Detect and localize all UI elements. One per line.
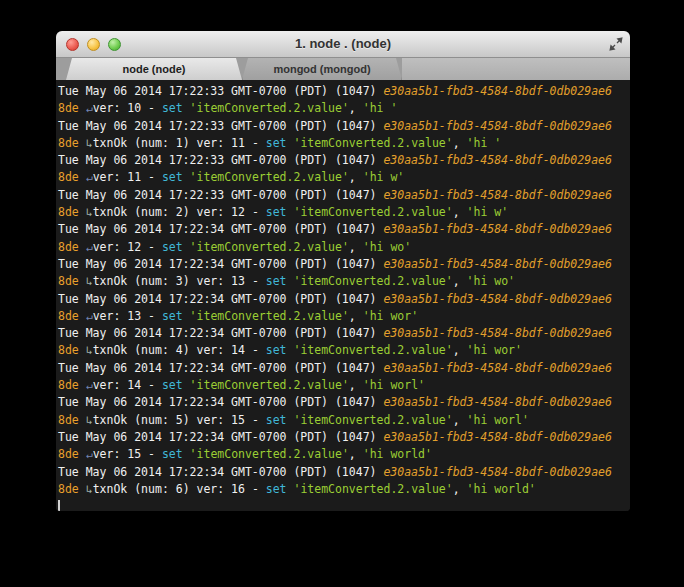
- log-segment-orange: 8de: [58, 309, 86, 323]
- log-segment-atxn: ↳: [86, 274, 93, 288]
- log-segment-plain: [183, 170, 190, 184]
- log-segment-uuid: e30aa5b1-fbd3-4584-8bdf-0db029ae6: [383, 430, 611, 444]
- log-segment-plain: ,: [349, 101, 363, 115]
- log-segment-plain: Tue May 06 2014 17:22:34 GMT-0700 (PDT) …: [58, 292, 383, 306]
- log-segment-green: 'itemConverted.2.value': [293, 274, 452, 288]
- log-segment-aret: ↵: [86, 447, 93, 461]
- log-line: Tue May 06 2014 17:22:34 GMT-0700 (PDT) …: [58, 394, 630, 411]
- log-segment-green: 'itemConverted.2.value': [190, 447, 349, 461]
- log-segment-cyan: set: [266, 413, 287, 427]
- log-segment-green: 'hi world': [363, 447, 432, 461]
- log-segment-plain: txnOk (num: 3) ver: 13 -: [93, 274, 266, 288]
- resize-icon[interactable]: [609, 37, 623, 51]
- log-segment-uuid: e30aa5b1-fbd3-4584-8bdf-0db029ae6: [383, 119, 611, 133]
- log-segment-cyan: set: [162, 240, 183, 254]
- log-line: Tue May 06 2014 17:22:34 GMT-0700 (PDT) …: [58, 360, 630, 377]
- log-line: Tue May 06 2014 17:22:34 GMT-0700 (PDT) …: [58, 464, 630, 481]
- log-segment-plain: ,: [349, 309, 363, 323]
- log-segment-plain: ,: [453, 413, 467, 427]
- log-segment-plain: ver: 10 -: [93, 101, 162, 115]
- log-segment-green: 'itemConverted.2.value': [293, 482, 452, 496]
- log-segment-orange: 8de: [58, 343, 86, 357]
- terminal-cursor: [58, 500, 60, 511]
- log-segment-cyan: set: [162, 170, 183, 184]
- log-segment-atxn: ↳: [86, 413, 93, 427]
- log-segment-orange: 8de: [58, 205, 86, 219]
- log-line: 8de ↳txnOk (num: 1) ver: 11 - set 'itemC…: [58, 135, 630, 152]
- log-segment-aret: ↵: [86, 378, 93, 392]
- log-segment-orange: 8de: [58, 240, 86, 254]
- log-segment-uuid: e30aa5b1-fbd3-4584-8bdf-0db029ae6: [383, 361, 611, 375]
- log-segment-aret: ↵: [86, 101, 93, 115]
- log-segment-plain: ,: [453, 482, 467, 496]
- log-segment-orange: 8de: [58, 136, 86, 150]
- log-line: Tue May 06 2014 17:22:34 GMT-0700 (PDT) …: [58, 256, 630, 273]
- log-segment-cyan: set: [266, 205, 287, 219]
- log-segment-green: 'itemConverted.2.value': [293, 205, 452, 219]
- window-title: 1. node . (node): [56, 31, 630, 57]
- log-line: 8de ↵ver: 15 - set 'itemConverted.2.valu…: [58, 446, 630, 463]
- log-segment-plain: ,: [453, 136, 467, 150]
- log-line: Tue May 06 2014 17:22:33 GMT-0700 (PDT) …: [58, 187, 630, 204]
- log-line: 8de ↵ver: 12 - set 'itemConverted.2.valu…: [58, 239, 630, 256]
- log-segment-plain: ver: 14 -: [93, 378, 162, 392]
- log-segment-green: 'itemConverted.2.value': [190, 170, 349, 184]
- log-segment-plain: Tue May 06 2014 17:22:34 GMT-0700 (PDT) …: [58, 326, 383, 340]
- tab-node-node[interactable]: node (node): [66, 58, 242, 80]
- log-segment-uuid: e30aa5b1-fbd3-4584-8bdf-0db029ae6: [383, 395, 611, 409]
- log-line: 8de ↵ver: 10 - set 'itemConverted.2.valu…: [58, 100, 630, 117]
- log-segment-green: 'itemConverted.2.value': [190, 101, 349, 115]
- log-segment-plain: ,: [453, 274, 467, 288]
- log-segment-cyan: set: [162, 309, 183, 323]
- log-segment-green: 'itemConverted.2.value': [190, 309, 349, 323]
- log-line: 8de ↳txnOk (num: 6) ver: 16 - set 'itemC…: [58, 481, 630, 498]
- log-line: 8de ↵ver: 14 - set 'itemConverted.2.valu…: [58, 377, 630, 394]
- log-line: Tue May 06 2014 17:22:34 GMT-0700 (PDT) …: [58, 429, 630, 446]
- log-segment-green: 'hi wor': [467, 343, 522, 357]
- log-segment-green: 'itemConverted.2.value': [293, 136, 452, 150]
- log-segment-uuid: e30aa5b1-fbd3-4584-8bdf-0db029ae6: [383, 326, 611, 340]
- log-segment-aret: ↵: [86, 309, 93, 323]
- log-segment-atxn: ↳: [86, 136, 93, 150]
- log-segment-uuid: e30aa5b1-fbd3-4584-8bdf-0db029ae6: [383, 188, 611, 202]
- tab-bar-filler: [402, 58, 630, 80]
- log-segment-plain: ,: [349, 447, 363, 461]
- log-segment-plain: Tue May 06 2014 17:22:33 GMT-0700 (PDT) …: [58, 153, 383, 167]
- log-segment-plain: ver: 15 -: [93, 447, 162, 461]
- log-segment-plain: txnOk (num: 4) ver: 14 -: [93, 343, 266, 357]
- log-segment-cyan: set: [162, 378, 183, 392]
- log-segment-plain: ,: [453, 205, 467, 219]
- log-segment-plain: txnOk (num: 1) ver: 11 -: [93, 136, 266, 150]
- log-segment-green: 'hi worl': [467, 413, 529, 427]
- log-segment-plain: Tue May 06 2014 17:22:34 GMT-0700 (PDT) …: [58, 361, 383, 375]
- log-segment-uuid: e30aa5b1-fbd3-4584-8bdf-0db029ae6: [383, 222, 611, 236]
- log-segment-green: 'hi ': [467, 136, 502, 150]
- log-segment-plain: [183, 309, 190, 323]
- log-segment-plain: txnOk (num: 5) ver: 15 -: [93, 413, 266, 427]
- log-line: 8de ↳txnOk (num: 4) ver: 14 - set 'itemC…: [58, 342, 630, 359]
- log-segment-atxn: ↳: [86, 343, 93, 357]
- log-segment-plain: ,: [349, 170, 363, 184]
- log-segment-orange: 8de: [58, 170, 86, 184]
- log-line: Tue May 06 2014 17:22:34 GMT-0700 (PDT) …: [58, 325, 630, 342]
- log-segment-orange: 8de: [58, 101, 86, 115]
- log-segment-uuid: e30aa5b1-fbd3-4584-8bdf-0db029ae6: [383, 153, 611, 167]
- log-segment-green: 'hi worl': [363, 378, 425, 392]
- log-line: 8de ↳txnOk (num: 3) ver: 13 - set 'itemC…: [58, 273, 630, 290]
- terminal-screen[interactable]: Tue May 06 2014 17:22:33 GMT-0700 (PDT) …: [56, 80, 630, 511]
- log-segment-uuid: e30aa5b1-fbd3-4584-8bdf-0db029ae6: [383, 465, 611, 479]
- tab-mongod-mongod[interactable]: mongod (mongod): [242, 58, 402, 80]
- log-segment-plain: Tue May 06 2014 17:22:34 GMT-0700 (PDT) …: [58, 395, 383, 409]
- log-line: Tue May 06 2014 17:22:34 GMT-0700 (PDT) …: [58, 291, 630, 308]
- log-segment-green: 'itemConverted.2.value': [190, 378, 349, 392]
- log-segment-green: 'itemConverted.2.value': [190, 240, 349, 254]
- titlebar[interactable]: 1. node . (node): [56, 31, 630, 58]
- tab-bar: node (node) mongod (mongod): [56, 58, 630, 81]
- log-line: 8de ↵ver: 11 - set 'itemConverted.2.valu…: [58, 169, 630, 186]
- log-segment-cyan: set: [266, 343, 287, 357]
- log-segment-plain: Tue May 06 2014 17:22:34 GMT-0700 (PDT) …: [58, 257, 383, 271]
- log-segment-plain: ,: [349, 378, 363, 392]
- log-segment-plain: txnOk (num: 6) ver: 16 -: [93, 482, 266, 496]
- log-segment-atxn: ↳: [86, 205, 93, 219]
- log-segment-plain: [183, 240, 190, 254]
